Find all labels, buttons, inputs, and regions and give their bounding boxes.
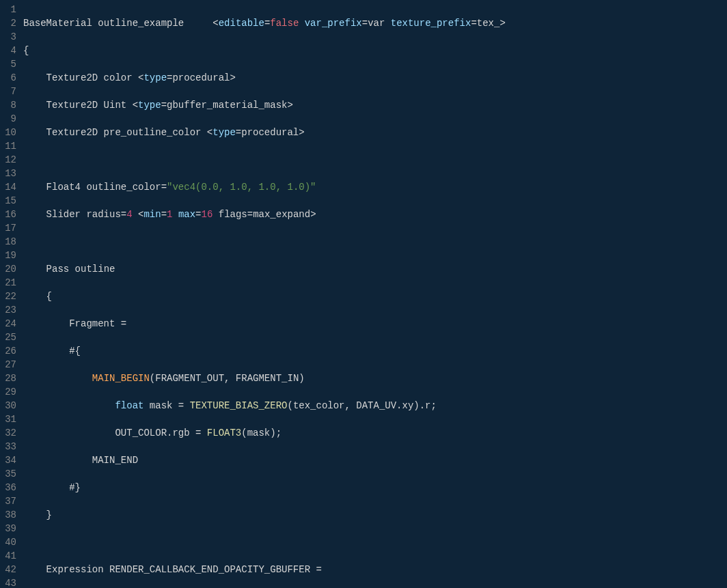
line-number: 33 [0, 440, 16, 453]
line-number: 37 [0, 494, 16, 508]
line-number: 3 [0, 30, 16, 44]
line-number: 21 [0, 276, 16, 290]
code-line[interactable]: Pass outline [23, 262, 727, 276]
code-line[interactable]: #} [23, 481, 727, 494]
line-number: 27 [0, 358, 16, 372]
line-number: 12 [0, 153, 16, 167]
line-number-gutter: 1234567891011121314151617181920212223242… [0, 0, 23, 588]
line-number: 26 [0, 344, 16, 358]
line-number: 41 [0, 549, 16, 563]
line-number: 43 [0, 576, 16, 588]
code-line[interactable]: Fragment = [23, 317, 727, 331]
line-number: 31 [0, 412, 16, 426]
code-line[interactable]: Expression RENDER_CALLBACK_END_OPACITY_G… [23, 563, 727, 576]
code-line[interactable]: } [23, 508, 727, 522]
line-number: 28 [0, 372, 16, 385]
line-number: 35 [0, 467, 16, 481]
code-line[interactable]: MAIN_BEGIN(FRAGMENT_OUT, FRAGMENT_IN) [23, 372, 727, 385]
line-number: 1 [0, 3, 16, 16]
line-number: 13 [0, 167, 16, 180]
code-line[interactable]: Float4 outline_color="vec4(0.0, 1.0, 1.0… [23, 180, 727, 194]
line-number: 2 [0, 16, 16, 30]
line-number: 4 [0, 44, 16, 57]
line-number: 18 [0, 235, 16, 249]
code-line[interactable] [23, 535, 727, 549]
line-number: 20 [0, 262, 16, 276]
code-line[interactable]: float mask = TEXTURE_BIAS_ZERO(tex_color… [23, 399, 727, 412]
line-number: 42 [0, 563, 16, 576]
line-number: 24 [0, 317, 16, 331]
code-line[interactable]: Texture2D Uint <type=gbuffer_material_ma… [23, 98, 727, 112]
line-number: 14 [0, 180, 16, 194]
line-number: 7 [0, 85, 16, 98]
code-line[interactable]: Texture2D color <type=procedural> [23, 71, 727, 85]
code-line[interactable]: Texture2D pre_outline_color <type=proced… [23, 126, 727, 139]
code-line[interactable] [23, 153, 727, 167]
line-number: 32 [0, 426, 16, 440]
code-line[interactable]: OUT_COLOR.rgb = FLOAT3(mask); [23, 426, 727, 440]
line-number: 23 [0, 303, 16, 317]
line-number: 40 [0, 535, 16, 549]
line-number: 17 [0, 221, 16, 235]
line-number: 11 [0, 139, 16, 153]
line-number: 6 [0, 71, 16, 85]
code-line[interactable]: { [23, 290, 727, 303]
line-number: 22 [0, 290, 16, 303]
line-number: 8 [0, 98, 16, 112]
line-number: 34 [0, 453, 16, 467]
code-editor[interactable]: 1234567891011121314151617181920212223242… [0, 0, 727, 588]
code-line[interactable]: MAIN_END [23, 453, 727, 467]
line-number: 30 [0, 399, 16, 412]
code-line[interactable] [23, 235, 727, 249]
line-number: 39 [0, 522, 16, 535]
line-number: 19 [0, 249, 16, 262]
line-number: 10 [0, 126, 16, 139]
line-number: 36 [0, 481, 16, 494]
line-number: 15 [0, 194, 16, 208]
code-line[interactable]: #{ [23, 344, 727, 358]
code-area[interactable]: BaseMaterial outline_example <editable=f… [23, 0, 727, 588]
line-number: 9 [0, 112, 16, 126]
line-number: 25 [0, 331, 16, 344]
code-line[interactable]: BaseMaterial outline_example <editable=f… [23, 16, 727, 30]
line-number: 38 [0, 508, 16, 522]
line-number: 29 [0, 385, 16, 399]
code-line[interactable]: { [23, 44, 727, 57]
code-line[interactable]: Slider radius=4 <min=1 max=16 flags=max_… [23, 208, 727, 221]
line-number: 5 [0, 57, 16, 71]
line-number: 16 [0, 208, 16, 221]
